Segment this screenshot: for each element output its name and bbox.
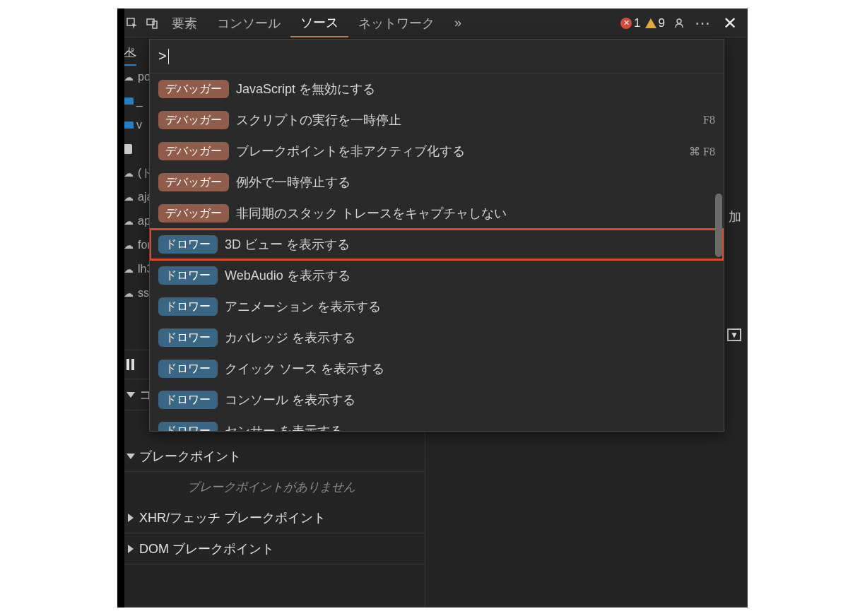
palette-category-badge: ドロワー xyxy=(158,266,218,285)
folder-icon xyxy=(124,122,134,129)
devtools-frame: 要素 コンソール ソース ネットワーク » ✕ 1 9 ⋯ ✕ ペ 上 pol … xyxy=(117,8,748,608)
breakpoints-empty: ブレークポイントがありません xyxy=(118,472,425,502)
tab-elements[interactable]: 要素 xyxy=(162,9,207,37)
caret xyxy=(168,49,169,64)
close-icon[interactable]: ✕ xyxy=(717,13,743,33)
scrollbar-thumb[interactable] xyxy=(715,194,722,257)
palette-row[interactable]: デバッガーJavaScript を無効にする xyxy=(150,73,724,105)
inspect-icon[interactable] xyxy=(122,13,142,33)
palette-row[interactable]: ドロワーWebAudio を表示する xyxy=(150,260,724,291)
error-icon: ✕ xyxy=(620,18,632,29)
palette-row-label: アニメーション を表示する xyxy=(225,298,381,315)
warning-icon xyxy=(645,18,656,28)
palette-category-badge: デバッガー xyxy=(158,204,229,223)
tab-network[interactable]: ネットワーク xyxy=(348,9,444,37)
chevron-right-icon xyxy=(128,514,134,522)
palette-list: デバッガーJavaScript を無効にするデバッガースクリプトの実行を一時停止… xyxy=(150,73,724,432)
palette-shortcut: ⌘ F8 xyxy=(689,145,715,158)
palette-row-label: 3D ビュー を表示する xyxy=(225,236,350,253)
tab-sources[interactable]: ソース xyxy=(290,9,348,37)
palette-row[interactable]: ドロワーコンソール を表示する xyxy=(150,384,724,415)
palette-input[interactable]: > xyxy=(150,40,724,73)
status-errors[interactable]: ✕ 1 xyxy=(620,16,640,30)
palette-category-badge: ドロワー xyxy=(158,391,218,409)
palette-row[interactable]: デバッガースクリプトの実行を一時停止F8 xyxy=(150,105,724,136)
section-xhr-breakpoints[interactable]: XHR/フェッチ ブレークポイント xyxy=(118,502,425,533)
tab-more[interactable]: » xyxy=(444,9,471,37)
palette-row-label: WebAudio を表示する xyxy=(225,267,351,284)
right-peek: 加 ▼ xyxy=(723,39,747,432)
settings-icon[interactable] xyxy=(669,13,689,33)
palette-category-badge: ドロワー xyxy=(158,328,218,347)
tabbar: 要素 コンソール ソース ネットワーク » ✕ 1 9 ⋯ ✕ xyxy=(118,9,747,37)
palette-category-badge: デバッガー xyxy=(158,173,229,191)
palette-category-badge: ドロワー xyxy=(158,360,218,378)
device-toggle-icon[interactable] xyxy=(142,13,162,33)
palette-row[interactable]: ドロワーカバレッジ を表示する xyxy=(150,322,724,353)
chevron-down-icon xyxy=(126,392,135,398)
palette-row-label: センサー を表示する xyxy=(225,422,343,432)
palette-row-label: 例外で一時停止する xyxy=(236,174,351,191)
palette-category-badge: デバッガー xyxy=(158,111,229,129)
palette-row[interactable]: デバッガー例外で一時停止する xyxy=(150,167,724,198)
command-palette: > デバッガーJavaScript を無効にするデバッガースクリプトの実行を一時… xyxy=(149,39,724,432)
more-menu-icon[interactable]: ⋯ xyxy=(689,14,717,32)
window-edge xyxy=(117,8,124,608)
section-breakpoints[interactable]: ブレークポイント xyxy=(118,441,425,472)
palette-row[interactable]: ドロワー3D ビュー を表示する xyxy=(150,229,724,260)
palette-shortcut: F8 xyxy=(703,114,715,126)
palette-prompt: > xyxy=(158,48,167,64)
status-warnings[interactable]: 9 xyxy=(645,16,665,30)
dropdown-icon[interactable]: ▼ xyxy=(727,328,741,341)
chevron-right-icon xyxy=(128,545,134,553)
palette-category-badge: ドロワー xyxy=(158,235,218,254)
section-dom-breakpoints[interactable]: DOM ブレークポイント xyxy=(118,533,425,564)
file-icon xyxy=(124,144,132,154)
palette-row-label: クイック ソース を表示する xyxy=(225,360,384,377)
palette-category-badge: ドロワー xyxy=(158,297,218,316)
svg-point-3 xyxy=(677,19,681,23)
chevron-down-icon xyxy=(126,454,135,459)
section-label: XHR/フェッチ ブレークポイント xyxy=(139,509,326,526)
tab-console[interactable]: コンソール xyxy=(207,9,290,37)
palette-category-badge: デバッガー xyxy=(158,142,229,160)
palette-row[interactable]: デバッガーブレークポイントを非アクティブ化する⌘ F8 xyxy=(150,136,724,167)
palette-row-label: コンソール を表示する xyxy=(225,391,355,408)
right-peek-text: 加 xyxy=(729,208,741,225)
pause-icon[interactable] xyxy=(126,359,134,370)
palette-row[interactable]: ドロワーアニメーション を表示する xyxy=(150,291,724,322)
palette-category-badge: ドロワー xyxy=(158,422,218,432)
warning-count: 9 xyxy=(659,16,665,30)
error-count: 1 xyxy=(634,16,640,30)
palette-row[interactable]: ドロワークイック ソース を表示する xyxy=(150,353,724,384)
palette-row-label: カバレッジ を表示する xyxy=(225,329,355,346)
section-label: ブレークポイント xyxy=(139,448,241,465)
palette-row-label: 非同期のスタック トレースをキャプチャしない xyxy=(236,205,507,222)
palette-row-label: スクリプトの実行を一時停止 xyxy=(236,112,401,129)
palette-row-label: ブレークポイントを非アクティブ化する xyxy=(236,143,465,160)
palette-row-label: JavaScript を無効にする xyxy=(236,81,375,97)
palette-row[interactable]: デバッガー非同期のスタック トレースをキャプチャしない xyxy=(150,198,724,229)
palette-category-badge: デバッガー xyxy=(158,80,229,98)
palette-row[interactable]: ドロワーセンサー を表示する xyxy=(150,415,724,432)
folder-icon xyxy=(124,97,134,105)
section-label: DOM ブレークポイント xyxy=(139,540,274,557)
